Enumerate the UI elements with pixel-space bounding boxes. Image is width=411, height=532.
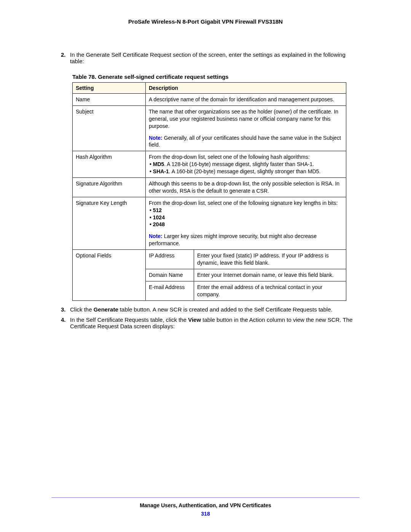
subfield-desc: Enter your fixed (static) IP address. If…	[194, 250, 346, 269]
subfield-desc: Enter the email address of a technical c…	[194, 281, 346, 300]
step-3: 3. Click the Generate table button. A ne…	[61, 306, 360, 313]
note-text: Generally, all of your certificates shou…	[149, 135, 341, 148]
desc-cell: From the drop-down list, select one of t…	[146, 151, 346, 178]
bullet-item: • 2048	[149, 221, 165, 227]
bullet-item: • SHA-1. A 160-bit (20-byte) message dig…	[149, 168, 320, 174]
step-2: 2. In the Generate Self Certificate Requ…	[61, 51, 360, 64]
desc-cell: A descriptive name of the domain for ide…	[146, 94, 346, 106]
subject-para: The name that other organizations see as…	[149, 109, 338, 129]
settings-table: Setting Description Name A descriptive n…	[72, 82, 346, 301]
table-row: Optional Fields IP Address Enter your fi…	[73, 250, 346, 269]
setting-cell: Name	[73, 94, 146, 106]
note-text: Larger key sizes might improve security,…	[149, 233, 317, 246]
table-row: Name A descriptive name of the domain fo…	[73, 94, 346, 106]
footer-rule	[51, 497, 360, 498]
product-header: ProSafe Wireless-N 8-Port Gigabit VPN Fi…	[51, 18, 360, 25]
keylen-intro: From the drop-down list, select one of t…	[149, 200, 338, 206]
table-caption: Table 78. Generate self-signed certifica…	[72, 73, 360, 80]
desc-cell: Although this seems to be a drop-down li…	[146, 178, 346, 197]
table-row: Signature Algorithm Although this seems …	[73, 178, 346, 197]
document-page: ProSafe Wireless-N 8-Port Gigabit VPN Fi…	[0, 0, 411, 532]
step-number: 2.	[61, 51, 70, 64]
note-label: Note:	[149, 135, 162, 141]
subfield-label: Domain Name	[146, 269, 194, 281]
setting-cell: Optional Fields	[73, 250, 146, 300]
table-row: Subject The name that other organization…	[73, 105, 346, 151]
page-content: 2. In the Generate Self Certificate Requ…	[51, 51, 360, 329]
hash-intro: From the drop-down list, select one of t…	[149, 154, 310, 160]
footer-section-title: Manage Users, Authentication, and VPN Ce…	[51, 502, 360, 508]
bullet-item: • 1024	[149, 214, 165, 220]
step-text: In the Self Certificate Requests table, …	[70, 316, 360, 329]
desc-cell: From the drop-down list, select one of t…	[146, 197, 346, 249]
table-header-row: Setting Description	[73, 83, 346, 94]
subfield-desc: Enter your Internet domain name, or leav…	[194, 269, 346, 281]
table-row: Hash Algorithm From the drop-down list, …	[73, 151, 346, 178]
note-label: Note:	[149, 233, 162, 239]
subfield-label: IP Address	[146, 250, 194, 269]
page-number: 318	[51, 511, 360, 517]
page-footer: Manage Users, Authentication, and VPN Ce…	[51, 497, 360, 517]
setting-cell: Signature Algorithm	[73, 178, 146, 197]
step-number: 4.	[61, 316, 70, 329]
setting-cell: Signature Key Length	[73, 197, 146, 249]
step-number: 3.	[61, 306, 70, 313]
bullet-item: • 512	[149, 207, 162, 213]
table-row: Signature Key Length From the drop-down …	[73, 197, 346, 249]
step-text: Click the Generate table button. A new S…	[70, 306, 360, 313]
setting-cell: Hash Algorithm	[73, 151, 146, 178]
step-text: In the Generate Self Certificate Request…	[70, 51, 360, 64]
col-desc-header: Description	[146, 83, 346, 94]
step-4: 4. In the Self Certificate Requests tabl…	[61, 316, 360, 329]
subfield-label: E-mail Address	[146, 281, 194, 300]
col-setting-header: Setting	[73, 83, 146, 94]
setting-cell: Subject	[73, 105, 146, 151]
bullet-item: • MD5. A 128-bit (16-byte) message diges…	[149, 161, 314, 167]
desc-cell: The name that other organizations see as…	[146, 105, 346, 151]
